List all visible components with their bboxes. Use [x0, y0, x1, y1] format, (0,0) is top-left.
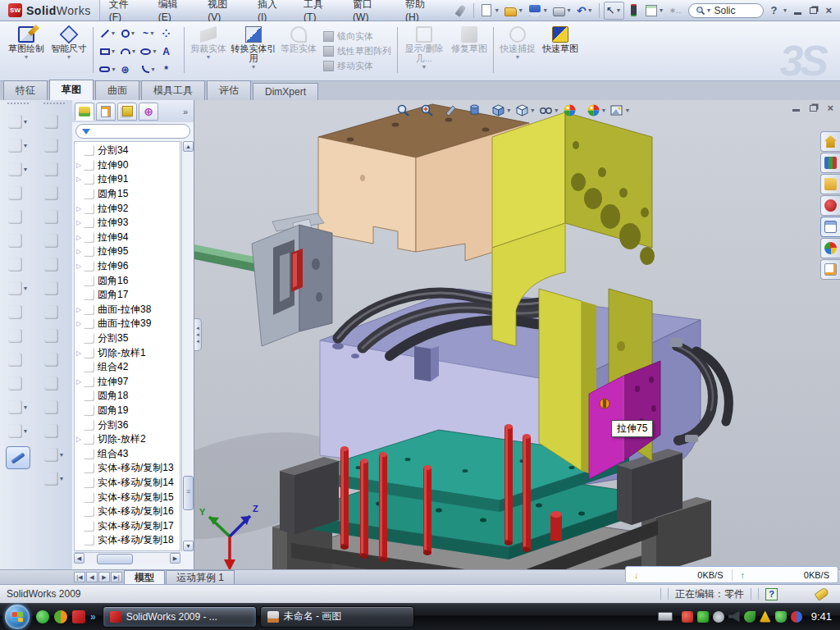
surface-tool-button[interactable]: ▼ [44, 467, 65, 491]
undo-button[interactable]: ↶▼ [575, 2, 595, 19]
feature-tree-item[interactable]: ▷ 分割36 [75, 418, 180, 432]
surface-tool-button[interactable]: ▼ [44, 158, 65, 181]
panel-splitter-handle[interactable]: ◂◂◂ [194, 318, 202, 351]
input-method-icon[interactable] [658, 612, 673, 621]
feature-tree-item[interactable]: ▷ 圆角19 [75, 404, 180, 418]
feature-tree-item[interactable]: ▷ 拉伸90 [75, 158, 180, 173]
doc-close-button[interactable]: × [827, 102, 833, 114]
sketch-entity-button[interactable]: ▼ [98, 25, 118, 43]
mold-tool-button[interactable]: ▼ [8, 229, 29, 253]
ribbon-tab[interactable]: 草图 [49, 80, 94, 100]
dropdown-caret-icon[interactable]: ▼ [131, 48, 137, 54]
toolbar-grip[interactable] [7, 103, 29, 106]
view-tool-button[interactable]: ▼ [396, 103, 417, 117]
feature-tree-item[interactable]: ▷ 圆角15 [75, 187, 180, 202]
tray-icon[interactable] [791, 611, 802, 623]
display-delete-relations-button[interactable]: 显示/删除几...▼ [400, 24, 448, 79]
expand-arrow-icon[interactable]: ▷ [76, 262, 84, 270]
view-tool-button[interactable]: ▼ [444, 103, 464, 117]
mold-tool-button[interactable]: ▼ [8, 205, 29, 229]
dropdown-caret-icon[interactable]: ▼ [554, 107, 559, 113]
surface-tool-button[interactable]: ▼ [44, 443, 65, 467]
menu-item[interactable]: 文件(F) [100, 0, 149, 21]
feature-tree-item[interactable]: ▷ 拉伸97 [75, 375, 180, 390]
surface-tool-button[interactable]: ▼ [44, 253, 65, 276]
dropdown-caret-icon[interactable]: ▼ [23, 167, 29, 172]
dropdown-caret-icon[interactable]: ▼ [23, 285, 29, 291]
doc-restore-button[interactable] [810, 105, 817, 112]
configurationmanager-tab[interactable] [117, 103, 137, 121]
task-pane-tab[interactable] [820, 195, 840, 216]
new-document-button[interactable]: ▼ [478, 2, 501, 18]
task-pane-tab[interactable] [820, 131, 840, 152]
expand-arrow-icon[interactable]: ▷ [76, 205, 84, 212]
dropdown-caret-icon[interactable]: ▼ [111, 48, 116, 54]
featuremanager-tab[interactable] [75, 103, 94, 121]
first-tab-button[interactable]: |◀ [74, 572, 85, 582]
mold-tool-button[interactable]: ▼ [8, 324, 29, 348]
rapid-sketch-button[interactable]: 快速草图 [539, 24, 582, 79]
ribbon-tab[interactable]: 特征 [3, 80, 48, 100]
tray-icon[interactable] [682, 611, 693, 623]
feature-tree-item[interactable]: ▷ 切除-放样2 [75, 432, 180, 447]
task-pane-tab[interactable] [820, 238, 840, 258]
mold-tool-button[interactable]: ▼ [8, 348, 29, 372]
feature-tree-item[interactable]: ▷ 实体-移动/复制14 [75, 476, 180, 491]
propertymanager-tab[interactable] [96, 103, 116, 121]
next-tab-button[interactable]: ▶ [98, 572, 110, 582]
task-pane-tab[interactable] [820, 174, 840, 194]
sketch-entity-button[interactable]: ▼ [139, 61, 159, 79]
prev-tab-button[interactable]: ◀ [86, 572, 98, 582]
feature-tree-item[interactable]: ▷ 圆角17 [75, 288, 180, 303]
dropdown-caret-icon[interactable]: ▼ [506, 107, 512, 113]
dropdown-caret-icon[interactable]: ▼ [59, 476, 65, 482]
sketch-entity-button[interactable]: ▼ [139, 43, 159, 61]
minimize-button[interactable] [794, 12, 801, 15]
tree-filter-box[interactable] [75, 124, 190, 139]
pattern-tool-button[interactable]: 线性草图阵列 [323, 45, 391, 57]
task-pane-tab[interactable] [820, 153, 840, 173]
surface-tool-button[interactable]: ▼ [44, 419, 65, 443]
menu-item[interactable]: 编辑(E) [149, 0, 199, 21]
dropdown-caret-icon[interactable]: ▼ [111, 66, 116, 72]
feature-tree-item[interactable]: ▷ 实体-移动/复制15 [75, 490, 180, 504]
feature-tree-item[interactable]: ▷ 拉伸92 [75, 201, 180, 216]
pattern-tool-button[interactable]: 镜向实体 [323, 30, 391, 43]
tray-icon[interactable] [760, 611, 771, 623]
surface-tool-button[interactable]: ▼ [44, 348, 65, 372]
ribbon-tab[interactable]: 模具工具 [141, 80, 205, 100]
sketch-entity-button[interactable]: ⁘ ▼ [159, 25, 180, 43]
tray-icon[interactable] [713, 611, 724, 623]
model-3d[interactable]: Y Z X [194, 100, 840, 569]
sketch-entity-button[interactable]: ⊕ ▼ [118, 61, 139, 79]
dropdown-caret-icon[interactable]: ▼ [130, 30, 136, 36]
expand-arrow-icon[interactable]: ▷ [76, 349, 84, 357]
sketch-entity-button[interactable]: ▼ [118, 25, 139, 43]
surface-tool-button[interactable]: ▼ [44, 229, 65, 253]
view-tool-button[interactable]: ▼ [539, 103, 559, 117]
search-caret-icon[interactable]: ▼ [706, 7, 712, 13]
feature-tree-item[interactable]: ▷ 拉伸94 [75, 231, 180, 245]
mold-tool-button[interactable]: ▼ [8, 134, 29, 158]
dropdown-caret-icon[interactable]: ▼ [150, 66, 156, 72]
view-tool-button[interactable]: ▼ [587, 103, 607, 117]
view-tool-button[interactable]: ▼ [563, 103, 583, 117]
dropdown-caret-icon[interactable]: ▼ [23, 428, 29, 434]
surface-tool-button[interactable]: ▼ [44, 205, 65, 229]
feature-tree-item[interactable]: ▷ 分割34 [75, 144, 180, 158]
expand-arrow-icon[interactable]: ▷ [76, 234, 84, 241]
mold-tool-button[interactable]: ▼ [8, 276, 29, 300]
menu-item[interactable]: 视图(V) [199, 0, 249, 21]
mold-tool-button[interactable]: ▼ [8, 158, 29, 181]
dropdown-caret-icon[interactable]: ▼ [111, 30, 116, 36]
expand-arrow-icon[interactable]: ▷ [76, 248, 84, 255]
expand-arrow-icon[interactable]: ▷ [76, 378, 84, 386]
appearance-button[interactable]: ∗‥ [667, 2, 682, 19]
expand-arrow-icon[interactable]: ▷ [76, 320, 84, 327]
feature-tree-item[interactable]: ▷ 实体-移动/复制16 [75, 504, 180, 519]
feature-tree-item[interactable]: ▷ 实体-移动/复制18 [75, 533, 180, 548]
smart-dimension-button[interactable]: 智能尺寸▼ [48, 24, 90, 79]
mold-tool-button[interactable]: ▼ [8, 372, 29, 395]
mold-tool-button[interactable]: ▼ [8, 300, 29, 324]
surface-tool-button[interactable]: ▼ [44, 134, 65, 158]
